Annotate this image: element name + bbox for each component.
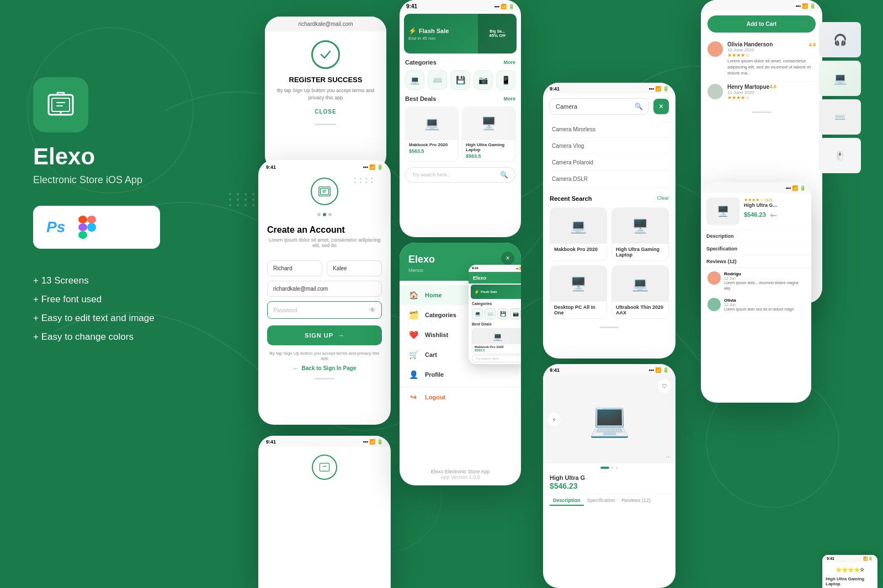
- thumb-4[interactable]: 🖱️: [819, 138, 861, 173]
- search-header: Camera 🔍 ×: [543, 94, 675, 119]
- detail-rev-text-2: Lorem ipsum dolo sed do el dolore magn: [724, 307, 794, 312]
- password-input[interactable]: Password 👁: [267, 301, 382, 319]
- reviewer-rating-2: 4.0: [769, 84, 776, 89]
- product-menu-icon[interactable]: ⋯: [666, 455, 671, 460]
- feature-item: + Free font used: [33, 294, 210, 305]
- reviewer-avatar-2: [708, 84, 723, 99]
- flash-sale-banner[interactable]: ⚡ Flash Sale End in 45 min Big Sa... 45%…: [404, 14, 517, 54]
- cat-camera[interactable]: 📷: [474, 70, 493, 90]
- menu-close-button[interactable]: ×: [501, 252, 514, 265]
- recent-grid: 💻 Makbook Pro 2020 🖥️ High Ultra Gaming …: [543, 205, 675, 321]
- feature-item: + Easy to change colors: [33, 332, 210, 343]
- svg-rect-14: [321, 188, 329, 194]
- search-phone: 9:41 ▪▪▪ 📶 🔋 Camera 🔍 × Camera Mirorless…: [543, 83, 675, 359]
- recent-card-3[interactable]: 🖥️ Desktop PC All In One: [550, 265, 607, 319]
- suggestion-2[interactable]: Camera Vlog: [550, 138, 669, 154]
- reviewer-name-2: Henry Martopue: [727, 84, 769, 90]
- suggestion-4[interactable]: Camera DSLR: [550, 171, 669, 188]
- description-section-title: Description: [701, 230, 811, 243]
- recent-clear-button[interactable]: Clear: [657, 195, 669, 202]
- svg-rect-17: [320, 463, 329, 471]
- suggestion-1[interactable]: Camera Mirorless: [550, 121, 669, 138]
- cat-more[interactable]: 📱: [496, 70, 515, 90]
- feature-item: + 13 Screens: [33, 275, 210, 286]
- register-title: REGISTER SUCCESS: [289, 76, 363, 84]
- big-sale-label: Big Sa...: [490, 29, 505, 33]
- product-wishlist-button[interactable]: ♡: [658, 379, 671, 393]
- product-list-item-1[interactable]: 🖥️ ★★★★☆ (12) High Ultra G... $546.23 $.…: [701, 193, 811, 230]
- product-old-price-1: $...: [770, 213, 776, 218]
- back-link[interactable]: ← Back to Sign In Page: [258, 365, 391, 371]
- detail-rev-date-2: 12 Jun: [724, 303, 794, 307]
- reviews-section: Olivia Handerson 4.0 12 June 2020 ★★★★☆ …: [701, 37, 822, 107]
- thumb-2[interactable]: 💻: [819, 61, 861, 96]
- reviewer-avatar-1: [708, 41, 723, 57]
- email-input[interactable]: richardkale@mail.com: [267, 281, 382, 297]
- tab-reviews[interactable]: Reviews (12): [619, 496, 655, 506]
- tab-description[interactable]: Description: [550, 496, 584, 506]
- search-placeholder: Try search here..: [412, 172, 450, 178]
- categories-title: Categories: [405, 59, 437, 66]
- home-phone: 9:41 ▪▪▪ 📶 🔋 ⚡ Flash Sale End in 45 min …: [400, 0, 521, 237]
- close-button[interactable]: CLOSE: [315, 109, 336, 115]
- flash-title: Flash Sale: [419, 28, 449, 34]
- thumb-3[interactable]: ⌨️: [819, 99, 861, 135]
- search-clear-button[interactable]: ×: [653, 99, 669, 114]
- terms-text: By tap Sign Up button you accept terms a…: [267, 351, 382, 361]
- reviewer-name-1: Olivia Handerson: [727, 41, 773, 47]
- product-main-image: 💻 ‹ ♡ ⋯: [543, 375, 675, 463]
- features-list: + 13 Screens + Free font used + Easy to …: [33, 275, 210, 343]
- signup-subtitle: Lorem ipsum dolor sit amet, consectetur …: [267, 237, 382, 248]
- menu-item-profile[interactable]: 👤 Profile: [400, 365, 521, 384]
- app-name: Elexo: [33, 143, 210, 170]
- cat-storage[interactable]: 💾: [450, 70, 470, 90]
- recent-card-2[interactable]: 🖥️ High Ultra Gaming Laptop: [611, 207, 669, 261]
- logout-menu-icon: ↪: [408, 393, 418, 402]
- product-name: High Ultra G: [550, 474, 669, 481]
- svg-rect-9: [87, 216, 96, 223]
- last-name-input[interactable]: Kalee: [327, 260, 382, 276]
- first-name-input[interactable]: Richard: [267, 260, 322, 276]
- product-thumb-list: 🎧 💻 ⌨️ 🖱️: [819, 22, 863, 173]
- thumb-1[interactable]: 🎧: [819, 22, 861, 57]
- home-status-bar: 9:41 ▪▪▪ 📶 🔋: [400, 0, 521, 12]
- reviewer-date-2: 11 June 2020: [727, 90, 776, 95]
- product-stars-1: ★★★★☆ (12): [744, 197, 806, 202]
- register-text: By tap Sign Up button you accept terms a…: [274, 87, 377, 101]
- suggestion-3[interactable]: Camera Polaroid: [550, 154, 669, 171]
- signup-button[interactable]: SIGN UP →: [267, 325, 382, 345]
- best-deals-more[interactable]: More: [503, 96, 515, 101]
- product-nav-prev[interactable]: ‹: [547, 413, 561, 426]
- product-list-phone: ▪▪▪ 📶 🔋 🖥️ ★★★★☆ (12) High Ultra G... $5…: [701, 182, 811, 403]
- detail-rev-name-2: Olivia: [724, 298, 794, 303]
- search-bar[interactable]: Try search here.. 🔍: [405, 167, 515, 183]
- detail-reviewer-1: Rodrigu 12 Jun Lorem ipsum dolo... eiusm…: [701, 268, 811, 295]
- add-to-cart-button[interactable]: Add to Cart: [708, 15, 816, 33]
- deal-card-1[interactable]: 💻 Makbook Pro 2020 $563.5: [405, 106, 459, 162]
- categories-more[interactable]: More: [503, 60, 515, 65]
- detail-rev-date-1: 12 Jun: [724, 276, 805, 280]
- signup-phone: 9:41 ▪▪▪ 📶 🔋: [258, 160, 391, 425]
- flash-timer: End in 45 min: [408, 36, 474, 41]
- small-phone-product-name: High Ultra Gaming Laptop: [822, 576, 877, 588]
- best-deals-title: Best Deals: [405, 95, 436, 102]
- deal-card-2[interactable]: 🖥️ High Ultra Gaming Laptop $563.5: [462, 106, 515, 162]
- signup-bottom-phone: 9:41▪▪▪ 📶 🔋: [258, 436, 391, 588]
- tab-specification[interactable]: Specification: [584, 496, 619, 506]
- recent-search-title: Recent Search: [550, 195, 592, 202]
- figma-logo: [78, 216, 96, 239]
- detail-rev-name-1: Rodrigu: [724, 271, 805, 276]
- recent-card-4[interactable]: 💻 Ultrabook Thin 2020 AAX: [611, 265, 669, 319]
- recent-name-1: Makbook Pro 2020: [554, 247, 603, 252]
- mini-home-phone: 9:41▪▪ 📶 Elexo ⚡ Flash Sale Categories 💻…: [469, 265, 521, 364]
- cat-keyboard[interactable]: ⌨️: [428, 70, 447, 90]
- deal-price-1: $563.5: [409, 148, 455, 154]
- cat-laptop[interactable]: 💻: [405, 70, 424, 90]
- menu-item-logout[interactable]: ↪ Logout: [400, 387, 521, 407]
- recent-card-1[interactable]: 💻 Makbook Pro 2020: [550, 207, 607, 261]
- review-text-1: Lorem ipsum dolor sit amet, consectetur …: [727, 58, 816, 77]
- app-icon: [33, 77, 88, 132]
- search-input[interactable]: Camera 🔍: [550, 98, 649, 115]
- deal-name-2: High Ultra Gaming Laptop: [466, 142, 512, 152]
- reviewer-rating-1: 4.0: [808, 42, 816, 47]
